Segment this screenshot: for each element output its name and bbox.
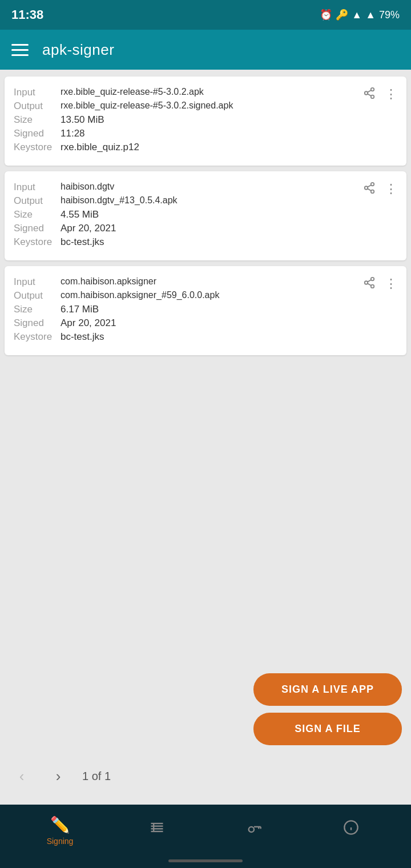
- card-3-keystore-value: bc-test.jks: [61, 331, 397, 343]
- card-1-signed-row: Signed 11:28: [14, 128, 397, 139]
- card-1-actions: ⋮: [361, 85, 400, 104]
- card-2-input-row: Input haibison.dgtv: [14, 182, 397, 193]
- nav-item-about[interactable]: [328, 819, 374, 842]
- next-page-button[interactable]: ›: [46, 763, 71, 789]
- card-3-output-row: Output com.haibison.apksigner_#59_6.0.0.…: [14, 290, 397, 302]
- card-3-keystore-row: Keystore bc-test.jks: [14, 331, 397, 343]
- size-label: Size: [14, 114, 54, 126]
- svg-line-13: [368, 283, 371, 286]
- card-3-input-row: Input com.haibison.apksigner: [14, 276, 397, 288]
- svg-line-14: [368, 280, 371, 282]
- home-bar: [168, 859, 243, 862]
- card-2-output-value: haibison.dgtv_#13_0.5.4.apk: [61, 195, 397, 207]
- signing-card-1: ⋮ Input rxe.bible_quiz-release-#5-3.0.2.…: [5, 77, 406, 166]
- bottom-navigation: ✏️ Signing: [0, 805, 411, 856]
- wifi-icon: ▲: [352, 9, 362, 21]
- card-2-size-row: Size 4.55 MiB: [14, 209, 397, 220]
- card-2-input-value: haibison.dgtv: [61, 182, 397, 193]
- card-3-size-value: 6.17 MiB: [61, 304, 397, 315]
- share-button-1[interactable]: [361, 85, 378, 104]
- card-3-output-value: com.haibison.apksigner_#59_6.0.0.apk: [61, 290, 397, 302]
- key-icon: 🔑: [336, 9, 348, 21]
- svg-point-20: [249, 826, 254, 831]
- keystore-nav-icon: [246, 819, 262, 839]
- sign-file-button[interactable]: SIGN A FILE: [253, 713, 402, 745]
- status-time: 11:38: [11, 7, 43, 22]
- more-button-1[interactable]: ⋮: [382, 86, 400, 103]
- share-button-2[interactable]: [361, 179, 378, 199]
- signing-nav-label: Signing: [47, 837, 74, 846]
- svg-line-4: [368, 90, 371, 93]
- card-3-size-row: Size 6.17 MiB: [14, 304, 397, 315]
- nav-item-keystore[interactable]: [231, 819, 277, 842]
- svg-line-8: [368, 188, 371, 191]
- card-2-actions: ⋮: [361, 179, 400, 199]
- home-indicator: [0, 856, 411, 868]
- card-2-keystore-value: bc-test.jks: [61, 236, 397, 248]
- card-1-keystore-row: Keystore rxe.bible_quiz.p12: [14, 142, 397, 153]
- card-1-size-value: 13.50 MiB: [61, 114, 397, 126]
- page-info: 1 of 1: [82, 770, 111, 783]
- card-2-signed-value: Apr 20, 2021: [61, 223, 397, 234]
- card-3-signed-row: Signed Apr 20, 2021: [14, 318, 397, 329]
- prev-page-button[interactable]: ‹: [9, 763, 34, 789]
- battery-indicator: 79%: [379, 9, 400, 21]
- menu-button[interactable]: [11, 44, 29, 56]
- card-2-keystore-row: Keystore bc-test.jks: [14, 236, 397, 248]
- card-1-keystore-value: rxe.bible_quiz.p12: [61, 142, 397, 153]
- app-header: apk-signer: [0, 30, 411, 70]
- sign-live-app-button[interactable]: SIGN A LIVE APP: [253, 673, 402, 706]
- app-title: apk-signer: [42, 41, 114, 59]
- history-nav-icon: [149, 819, 165, 839]
- pagination-bar: ‹ › 1 of 1: [0, 758, 411, 798]
- card-2-signed-row: Signed Apr 20, 2021: [14, 223, 397, 234]
- card-3-actions: ⋮: [361, 274, 400, 294]
- pagination-nav: ‹ › 1 of 1: [9, 763, 111, 789]
- signed-label: Signed: [14, 128, 54, 139]
- card-3-signed-value: Apr 20, 2021: [61, 318, 397, 329]
- svg-line-9: [368, 185, 371, 187]
- card-1-size-row: Size 13.50 MiB: [14, 114, 397, 126]
- nav-item-history[interactable]: [134, 819, 180, 842]
- card-1-input-row: Input rxe.bible_quiz-release-#5-3.0.2.ap…: [14, 87, 397, 98]
- status-icons: ⏰ 🔑 ▲ ▲ 79%: [320, 9, 400, 21]
- signing-card-2: ⋮ Input haibison.dgtv Output haibison.dg…: [5, 171, 406, 260]
- card-1-input-value: rxe.bible_quiz-release-#5-3.0.2.apk: [61, 87, 397, 98]
- input-label: Input: [14, 87, 54, 98]
- card-3-input-value: com.haibison.apksigner: [61, 276, 397, 288]
- signing-card-3: ⋮ Input com.haibison.apksigner Output co…: [5, 266, 406, 355]
- content-area: ⋮ Input rxe.bible_quiz-release-#5-3.0.2.…: [0, 70, 411, 805]
- signal-icon: ▲: [365, 9, 376, 21]
- card-1-output-row: Output rxe.bible_quiz-release-#5-3.0.2.s…: [14, 101, 397, 112]
- card-2-size-value: 4.55 MiB: [61, 209, 397, 220]
- alarm-icon: ⏰: [320, 9, 332, 21]
- status-bar: 11:38 ⏰ 🔑 ▲ ▲ 79%: [0, 0, 411, 30]
- output-label: Output: [14, 101, 54, 112]
- card-2-output-row: Output haibison.dgtv_#13_0.5.4.apk: [14, 195, 397, 207]
- about-nav-icon: [343, 819, 359, 839]
- action-buttons: SIGN A LIVE APP SIGN A FILE: [0, 664, 411, 752]
- share-button-3[interactable]: [361, 274, 378, 294]
- signing-nav-icon: ✏️: [50, 815, 70, 834]
- nav-item-signing[interactable]: ✏️ Signing: [37, 815, 83, 846]
- svg-line-3: [368, 94, 371, 96]
- card-1-output-value: rxe.bible_quiz-release-#5-3.0.2.signed.a…: [61, 101, 397, 112]
- more-button-2[interactable]: ⋮: [382, 180, 400, 198]
- more-button-3[interactable]: ⋮: [382, 275, 400, 292]
- keystore-label: Keystore: [14, 142, 54, 153]
- card-1-signed-value: 11:28: [61, 128, 397, 139]
